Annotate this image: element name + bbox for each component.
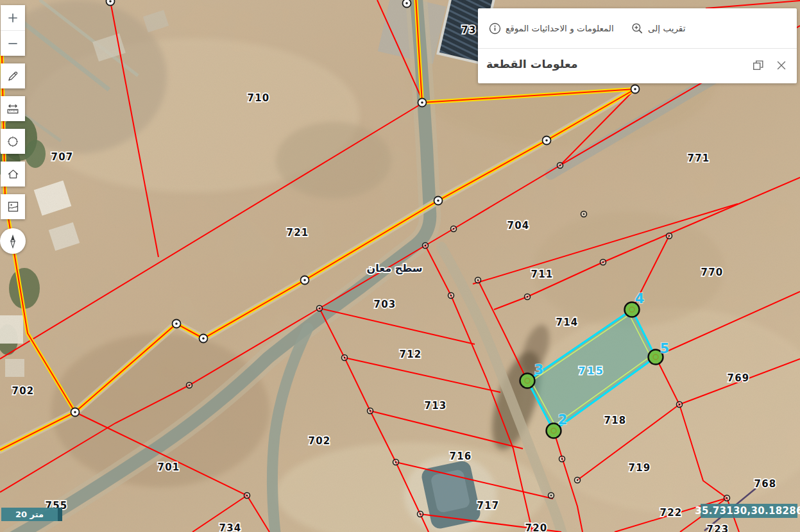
parcel-label: 701 — [158, 461, 180, 473]
boundary-vertex-dot — [303, 279, 306, 281]
parcel-label: 770 — [701, 267, 724, 278]
parcel-label: 703 — [374, 299, 396, 310]
vertex-number-label: 3 — [534, 362, 544, 378]
parcel-label: 716 — [450, 451, 472, 462]
parcel-corner-dot — [189, 385, 190, 386]
compass-button[interactable] — [0, 228, 26, 254]
parcel-label: 718 — [604, 415, 627, 426]
parcel-label: 712 — [400, 349, 422, 360]
info-icon — [489, 22, 501, 35]
basemap-button[interactable] — [1, 194, 25, 219]
parcel-corner-dot — [668, 235, 670, 237]
boundary-vertex-dot — [202, 337, 205, 340]
parcel-label: 721 — [287, 227, 309, 238]
parcel-corner-dot — [246, 495, 248, 496]
highlight-parcel-label: 715 — [579, 365, 605, 377]
parcel-label: 713 — [425, 400, 447, 411]
minus-icon — [6, 37, 19, 50]
measure-button[interactable] — [1, 96, 25, 121]
close-icon — [775, 59, 788, 72]
boundary-vertex-dot — [74, 411, 76, 413]
boundary-vertex-dot — [175, 322, 178, 325]
boundary-vertex-dot — [405, 2, 408, 4]
parcel-label: 704 — [507, 220, 530, 231]
place-label: سطح معان — [366, 262, 422, 274]
plus-icon — [6, 12, 19, 24]
parcel-label: 702 — [12, 385, 35, 397]
parcel-corner-dot — [583, 213, 584, 215]
tab-zoom-to-label: تقريب إلى — [648, 23, 685, 33]
parcel-corner-dot — [679, 404, 680, 405]
home-icon — [6, 167, 20, 181]
parcel-label: 720 — [525, 522, 548, 532]
vertex-number-label: 2 — [558, 412, 568, 428]
parcel-label: 710 — [248, 92, 270, 104]
parcel-corner-dot — [577, 479, 578, 481]
locate-button[interactable] — [1, 129, 25, 154]
parcel-corner-dot — [453, 228, 454, 229]
parcel-label: 702 — [309, 435, 331, 447]
coordinates-readout: 35.73130,30.18286 — [701, 504, 797, 518]
parcel-label: 769 — [728, 372, 750, 384]
parcel-label: 711 — [531, 269, 554, 280]
boundary-vertex-dot — [634, 88, 636, 90]
panel-titlebar: معلومات القطعة — [478, 49, 797, 83]
parcel-label: 707 — [51, 151, 74, 163]
close-panel-button[interactable] — [775, 59, 788, 72]
parcel-corner-dot — [420, 513, 421, 515]
parcel-corner-dot — [550, 495, 552, 496]
parcel-corner-dot — [561, 458, 563, 460]
parcel-corner-dot — [602, 262, 604, 263]
vertex-number-label: 5 — [660, 341, 670, 356]
boundary-vertex-dot — [109, 0, 112, 3]
parcel-label: 717 — [477, 500, 500, 511]
zoom-in-button[interactable] — [1, 5, 25, 30]
parcel-corner-dot — [425, 245, 426, 246]
compass-icon — [4, 233, 21, 249]
tab-location-info[interactable]: المعلومات و الاحداثيات الموقع — [489, 8, 614, 48]
boundary-vertex-dot — [421, 101, 423, 104]
gis-map-app: 7107077217037047117717707147697127137027… — [0, 0, 800, 532]
basemap-icon — [6, 200, 20, 213]
draw-button[interactable] — [1, 63, 25, 88]
parcel-corner-dot — [527, 296, 528, 297]
tab-location-info-label: المعلومات و الاحداثيات الموقع — [506, 23, 614, 33]
parcel-label: 719 — [629, 462, 651, 474]
parcel-label: 723 — [707, 524, 729, 532]
parcel-corner-dot — [450, 295, 452, 296]
parcel-vertex-handle[interactable] — [520, 374, 535, 388]
copy-icon — [752, 59, 765, 72]
coordinates-value: 35.73130,30.18286 — [695, 505, 800, 517]
home-button[interactable] — [1, 162, 25, 187]
parcel-corner-dot — [395, 461, 396, 463]
measure-icon — [6, 102, 20, 116]
parcel-corner-dot — [477, 279, 479, 281]
parcel-corner-dot — [726, 497, 728, 499]
parcel-corner-dot — [319, 308, 320, 309]
map-toolbar — [1, 5, 25, 254]
dock-button[interactable] — [752, 59, 765, 72]
zoom-out-button[interactable] — [1, 30, 25, 56]
parcel-label: 714 — [556, 317, 579, 328]
panel-tab-row: المعلومات و الاحداثيات الموقع تقريب إلى — [478, 8, 797, 49]
boundary-vertex-dot — [545, 139, 548, 142]
boundary-vertex-dot — [437, 199, 439, 202]
locate-icon — [6, 135, 20, 149]
parcel-corner-dot — [559, 165, 561, 166]
scale-bar: 20 متر — [1, 508, 62, 521]
tab-zoom-to[interactable]: تقريب إلى — [631, 8, 685, 48]
scale-bar-label: 20 متر — [15, 510, 44, 519]
parcel-corner-dot — [370, 410, 371, 411]
parcel-label: 734 — [219, 522, 242, 532]
pencil-icon — [6, 70, 19, 83]
parcel-label: 771 — [688, 153, 710, 164]
panel-title: معلومات القطعة — [486, 58, 578, 71]
parcel-label-partial: 73 — [461, 24, 476, 36]
parcel-label: 768 — [754, 478, 777, 490]
parcel-label: 722 — [660, 507, 683, 519]
parcel-info-panel: المعلومات و الاحداثيات الموقع تقريب إلى … — [478, 8, 797, 83]
vertex-number-label: 4 — [635, 291, 645, 306]
parcel-corner-dot — [344, 357, 345, 358]
zoom-to-icon — [631, 22, 643, 35]
